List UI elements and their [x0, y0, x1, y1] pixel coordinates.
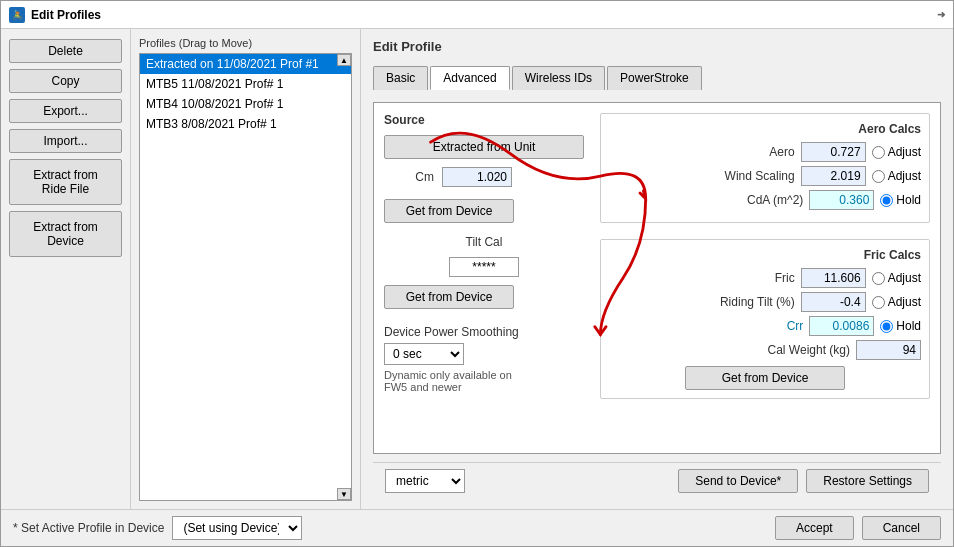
import-button[interactable]: Import... [9, 129, 122, 153]
scroll-up-arrow[interactable]: ▲ [337, 54, 351, 66]
wind-scaling-input[interactable] [801, 166, 866, 186]
aero-label: Aero [769, 145, 794, 159]
aero-input[interactable] [801, 142, 866, 162]
extract-ride-file-button[interactable]: Extract from Ride File [9, 159, 122, 205]
profile-list-item[interactable]: Extracted on 11/08/2021 Prof #1 [140, 54, 351, 74]
restore-settings-button[interactable]: Restore Settings [806, 469, 929, 493]
scroll-down-arrow[interactable]: ▼ [337, 488, 351, 500]
profile-list-item[interactable]: MTB5 11/08/2021 Prof# 1 [140, 74, 351, 94]
cda-label: CdA (m^2) [747, 193, 803, 207]
source-label: Source [384, 113, 584, 127]
wind-adjust-radio[interactable]: Adjust [872, 169, 921, 183]
metric-select[interactable]: metric imperial [385, 469, 465, 493]
footer-bar: * Set Active Profile in Device (Set usin… [1, 509, 953, 546]
expand-icon: ➜ [937, 9, 945, 20]
tilt-cal-label: Tilt Cal [466, 235, 503, 249]
cal-weight-label: Cal Weight (kg) [768, 343, 850, 357]
cm-input[interactable] [442, 167, 512, 187]
cal-weight-row: Cal Weight (kg) [609, 340, 921, 360]
crr-label: Crr [787, 319, 804, 333]
titlebar: 🚴 Edit Profiles ➜ [1, 1, 953, 29]
cal-weight-input[interactable] [856, 340, 921, 360]
fric-radio-group: Adjust [872, 271, 921, 285]
send-to-device-button[interactable]: Send to Device* [678, 469, 798, 493]
riding-tilt-input[interactable] [801, 292, 866, 312]
source-left: Source Extracted from Unit Cm Get from D… [384, 113, 584, 393]
tab-content: Source Extracted from Unit Cm Get from D… [373, 102, 941, 454]
smoothing-section: Device Power Smoothing 0 sec 1 sec 2 sec… [384, 325, 584, 393]
device-select[interactable]: (Set using Device) Profile 1 Profile 2 P… [172, 516, 302, 540]
cm-field-row: Cm [384, 167, 584, 187]
tab-advanced[interactable]: Advanced [430, 66, 509, 90]
export-button[interactable]: Export... [9, 99, 122, 123]
get-from-device-button-1[interactable]: Get from Device [384, 199, 514, 223]
profiles-header: Profiles (Drag to Move) [139, 37, 352, 49]
aero-calcs-title: Aero Calcs [609, 122, 921, 136]
riding-tilt-adjust-radio[interactable]: Adjust [872, 295, 921, 309]
profile-list: Extracted on 11/08/2021 Prof #1MTB5 11/0… [140, 54, 351, 134]
crr-row: Crr Hold [609, 316, 921, 336]
wind-scaling-radio-group: Adjust [872, 169, 921, 183]
riding-tilt-label: Riding Tilt (%) [720, 295, 795, 309]
get-from-device-button-3[interactable]: Get from Device [685, 366, 845, 390]
window-title: Edit Profiles [31, 8, 101, 22]
smoothing-select[interactable]: 0 sec 1 sec 2 sec 3 sec [384, 343, 464, 365]
right-panel: Edit Profile Basic Advanced Wireless IDs… [361, 29, 953, 509]
aero-calcs-section: Aero Calcs Aero Adjust [600, 113, 930, 223]
cda-radio-group: Hold [880, 193, 921, 207]
extracted-from-unit-button[interactable]: Extracted from Unit [384, 135, 584, 159]
fric-adjust-radio[interactable]: Adjust [872, 271, 921, 285]
app-icon: 🚴 [9, 7, 25, 23]
cda-row: CdA (m^2) Hold [609, 190, 921, 210]
source-section: Source Extracted from Unit Cm Get from D… [384, 113, 930, 399]
fric-calcs-section: Fric Calcs Fric Adjust [600, 239, 930, 399]
tab-wireless-ids[interactable]: Wireless IDs [512, 66, 605, 90]
profile-section: Profiles (Drag to Move) Extracted on 11/… [131, 29, 361, 509]
riding-tilt-row: Riding Tilt (%) Adjust [609, 292, 921, 312]
cancel-button[interactable]: Cancel [862, 516, 941, 540]
extract-device-button[interactable]: Extract from Device [9, 211, 122, 257]
edit-profile-title: Edit Profile [373, 39, 941, 54]
fric-input[interactable] [801, 268, 866, 288]
accept-button[interactable]: Accept [775, 516, 854, 540]
cda-input[interactable] [809, 190, 874, 210]
riding-tilt-radio-group: Adjust [872, 295, 921, 309]
fric-calcs-title: Fric Calcs [609, 248, 921, 262]
wind-scaling-label: Wind Scaling [725, 169, 795, 183]
dynamic-note: Dynamic only available on FW5 and newer [384, 369, 584, 393]
profile-list-item[interactable]: MTB4 10/08/2021 Prof# 1 [140, 94, 351, 114]
copy-button[interactable]: Copy [9, 69, 122, 93]
fric-row: Fric Adjust [609, 268, 921, 288]
aero-row: Aero Adjust [609, 142, 921, 162]
main-window: 🚴 Edit Profiles ➜ Delete Copy Export... … [0, 0, 954, 547]
tilt-cal-input[interactable] [449, 257, 519, 277]
profile-list-item[interactable]: MTB3 8/08/2021 Prof# 1 [140, 114, 351, 134]
aero-radio-group: Adjust [872, 145, 921, 159]
tab-basic[interactable]: Basic [373, 66, 428, 90]
crr-radio-group: Hold [880, 319, 921, 333]
cm-label: Cm [384, 170, 434, 184]
cda-hold-radio[interactable]: Hold [880, 193, 921, 207]
set-active-profile-label: * Set Active Profile in Device [13, 521, 164, 535]
left-panel: Delete Copy Export... Import... Extract … [1, 29, 131, 509]
profile-list-container: Extracted on 11/08/2021 Prof #1MTB5 11/0… [139, 53, 352, 501]
right-calcs: Aero Calcs Aero Adjust [600, 113, 930, 399]
crr-input[interactable] [809, 316, 874, 336]
fric-label: Fric [775, 271, 795, 285]
crr-hold-radio[interactable]: Hold [880, 319, 921, 333]
delete-button[interactable]: Delete [9, 39, 122, 63]
aero-adjust-radio[interactable]: Adjust [872, 145, 921, 159]
tabs-container: Basic Advanced Wireless IDs PowerStroke [373, 66, 941, 90]
wind-scaling-row: Wind Scaling Adjust [609, 166, 921, 186]
bottom-bar: metric imperial Send to Device* Restore … [373, 462, 941, 499]
get-from-device-button-2[interactable]: Get from Device [384, 285, 514, 309]
smoothing-label: Device Power Smoothing [384, 325, 584, 339]
tab-powerstroke[interactable]: PowerStroke [607, 66, 702, 90]
smoothing-row: 0 sec 1 sec 2 sec 3 sec [384, 343, 584, 365]
main-content: Delete Copy Export... Import... Extract … [1, 29, 953, 509]
